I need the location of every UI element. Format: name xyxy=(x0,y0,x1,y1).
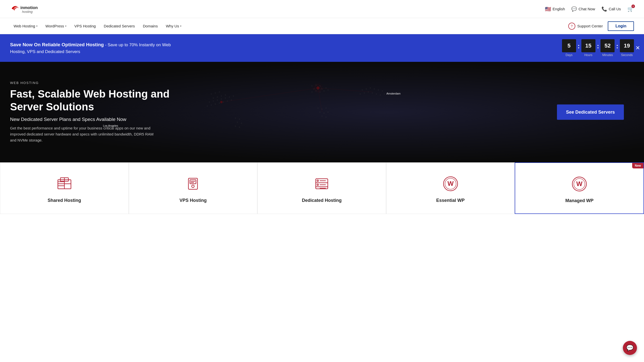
nav-item-dedicated[interactable]: Dedicated Servers xyxy=(100,18,138,34)
countdown: 5 Days : 15 Hours : 52 Minutes : 19 Seco… xyxy=(562,39,634,57)
promo-close-button[interactable]: ✕ xyxy=(635,45,640,51)
nav-item-why-us[interactable]: Why Us ▾ xyxy=(162,18,185,34)
svg-point-45 xyxy=(376,94,377,95)
service-card-essential-wp[interactable]: W Essential WP xyxy=(386,162,515,214)
svg-point-38 xyxy=(374,88,375,90)
svg-point-29 xyxy=(326,87,327,89)
svg-point-42 xyxy=(364,93,365,94)
svg-point-28 xyxy=(321,88,323,90)
nav-items: Web Hosting ▾ WordPress ▾ VPS Hosting De… xyxy=(10,18,568,34)
svg-point-10 xyxy=(213,101,214,102)
svg-point-8 xyxy=(225,95,226,96)
new-badge: New xyxy=(632,163,643,168)
support-label: Support Center xyxy=(577,24,603,28)
support-center-link[interactable]: ? Support Center xyxy=(568,23,603,30)
svg-line-63 xyxy=(221,88,318,102)
svg-point-5 xyxy=(213,98,214,99)
nav-right: ? Support Center Login xyxy=(568,21,634,31)
svg-point-35 xyxy=(362,89,363,91)
svg-point-79 xyxy=(192,185,194,188)
dedicated-hosting-label: Dedicated Hosting xyxy=(302,198,342,203)
login-button[interactable]: Login xyxy=(608,21,634,31)
hours-value: 15 xyxy=(581,39,595,52)
logo-area[interactable]: inmotion hosting xyxy=(10,3,55,16)
shared-hosting-label: Shared Hosting xyxy=(48,198,81,203)
chat-label: Chat Now xyxy=(579,7,595,11)
svg-point-9 xyxy=(209,102,210,103)
support-icon: ? xyxy=(568,23,575,30)
vps-hosting-label: VPS Hosting xyxy=(179,198,207,203)
main-nav: Web Hosting ▾ WordPress ▾ VPS Hosting De… xyxy=(0,18,644,34)
svg-point-4 xyxy=(219,92,220,93)
svg-point-37 xyxy=(370,87,371,89)
hero-section: Los Angeles Amsterdam WEB HOSTING Fast, … xyxy=(0,62,644,162)
chat-icon: 💬 xyxy=(571,6,577,12)
see-dedicated-servers-button[interactable]: See Dedicated Servers xyxy=(557,105,624,120)
svg-point-33 xyxy=(324,90,325,92)
call-us-button[interactable]: 📞 Call Us xyxy=(601,6,621,12)
essential-wp-icon: W xyxy=(441,175,460,193)
logo[interactable]: inmotion hosting xyxy=(10,3,55,16)
svg-point-56 xyxy=(326,117,327,118)
service-card-dedicated[interactable]: Dedicated Hosting xyxy=(257,162,386,214)
hours-label: Hours xyxy=(584,53,592,57)
svg-point-47 xyxy=(384,94,385,95)
hero-body-text: Get the best performance and uptime for … xyxy=(10,125,156,143)
call-label: Call Us xyxy=(609,7,621,11)
svg-point-60 xyxy=(241,123,242,124)
svg-point-85 xyxy=(317,180,318,182)
phone-icon: 📞 xyxy=(601,6,607,12)
svg-text:inmotion: inmotion xyxy=(20,5,38,10)
service-cards-section: Shared Hosting VPS Hosting xyxy=(0,162,644,214)
service-card-vps[interactable]: VPS Hosting xyxy=(129,162,258,214)
svg-point-17 xyxy=(211,105,212,106)
svg-point-62 xyxy=(239,127,240,128)
svg-point-36 xyxy=(366,88,367,90)
countdown-days: 5 Days xyxy=(562,39,576,57)
svg-rect-78 xyxy=(190,180,196,184)
svg-text:W: W xyxy=(447,180,454,187)
service-card-managed-wp[interactable]: New W Managed WP xyxy=(515,162,644,214)
map-label-amsterdam: Amsterdam xyxy=(386,92,400,95)
svg-point-51 xyxy=(326,108,327,109)
separator-2: : xyxy=(597,42,599,50)
svg-text:hosting: hosting xyxy=(22,10,33,13)
svg-point-3 xyxy=(215,93,216,94)
svg-point-61 xyxy=(235,126,236,127)
top-bar: inmotion hosting 🇺🇸 English 💬 Chat Now 📞… xyxy=(0,0,644,18)
cart-button[interactable]: 🛒 0 xyxy=(627,6,634,13)
svg-text:W: W xyxy=(576,180,583,188)
nav-item-web-hosting[interactable]: Web Hosting ▾ xyxy=(10,18,41,34)
svg-point-58 xyxy=(239,119,240,120)
hero-content: WEB HOSTING Fast, Scalable Web Hosting a… xyxy=(10,81,186,143)
nav-item-domains[interactable]: Domains xyxy=(139,18,161,34)
chevron-down-icon: ▾ xyxy=(65,25,66,27)
svg-point-55 xyxy=(321,116,323,117)
svg-point-67 xyxy=(316,86,320,90)
svg-point-23 xyxy=(311,85,313,87)
language-selector[interactable]: 🇺🇸 English xyxy=(545,6,565,12)
svg-point-57 xyxy=(235,118,236,119)
svg-point-15 xyxy=(233,96,234,97)
svg-point-52 xyxy=(319,112,321,113)
nav-item-wordpress[interactable]: WordPress ▾ xyxy=(42,18,70,34)
managed-wp-label: Managed WP xyxy=(565,198,593,203)
separator-1: : xyxy=(578,42,580,50)
chat-now-button[interactable]: 💬 Chat Now xyxy=(571,6,595,12)
days-label: Days xyxy=(566,53,572,57)
svg-point-16 xyxy=(207,106,208,107)
hero-eyebrow: WEB HOSTING xyxy=(10,81,186,85)
promo-banner: Save Now On Reliable Optimized Hosting -… xyxy=(0,34,644,62)
shared-hosting-icon xyxy=(55,175,73,193)
hero-title: Fast, Scalable Web Hosting and Server So… xyxy=(10,88,186,113)
flag-icon: 🇺🇸 xyxy=(545,6,551,12)
nav-item-vps[interactable]: VPS Hosting xyxy=(71,18,99,34)
hero-subtitle: New Dedicated Server Plans and Specs Ava… xyxy=(10,117,186,122)
chevron-down-icon: ▾ xyxy=(36,25,37,27)
svg-point-11 xyxy=(217,100,218,101)
svg-point-14 xyxy=(229,97,230,98)
svg-point-59 xyxy=(237,122,238,123)
service-card-shared-hosting[interactable]: Shared Hosting xyxy=(0,162,129,214)
svg-point-41 xyxy=(360,94,361,95)
svg-point-13 xyxy=(225,98,226,99)
